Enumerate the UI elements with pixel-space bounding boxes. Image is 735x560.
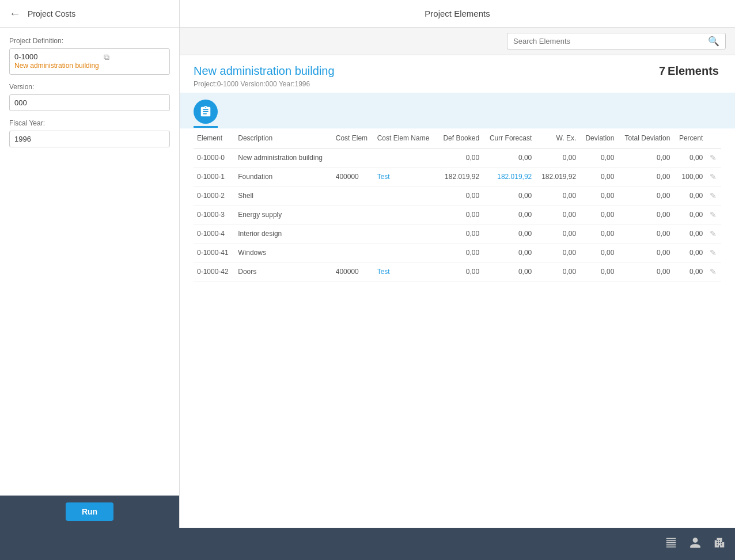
edit-icon[interactable]: ✎	[710, 267, 717, 276]
fiscal-year-input[interactable]	[9, 131, 170, 147]
left-header-panel: ← Project Costs	[0, 0, 180, 27]
tab-clipboard	[194, 100, 218, 128]
edit-icon[interactable]: ✎	[710, 210, 717, 219]
edit-icon[interactable]: ✎	[710, 153, 717, 162]
tab-clipboard-button[interactable]	[194, 100, 218, 124]
project-def-value-col: 0-1000 New administration building	[14, 52, 99, 71]
run-button[interactable]: Run	[66, 502, 113, 521]
sidebar-content: Project Definition: 0-1000 New administr…	[0, 28, 179, 496]
elements-number: 7	[659, 64, 665, 77]
cell-cost-elem-name	[374, 148, 437, 167]
col-curr-forecast: Curr Forecast	[483, 128, 535, 148]
cell-edit[interactable]: ✎	[706, 186, 721, 205]
cell-w-ex: 0,00	[535, 205, 579, 224]
cell-cost-elem-name	[374, 205, 437, 224]
table-area[interactable]: Element Description Cost Elem Cost Elem …	[180, 128, 735, 528]
cell-def-booked: 0,00	[437, 148, 483, 167]
table-row: 0-1000-4 Interior design 0,00 0,00 0,00 …	[194, 224, 721, 243]
cell-cost-elem-name	[374, 186, 437, 205]
cell-def-booked: 182.019,92	[437, 167, 483, 186]
cell-deviation: 0,00	[579, 148, 617, 167]
cell-w-ex: 0,00	[535, 224, 579, 243]
col-action	[706, 128, 721, 148]
col-element: Element	[194, 128, 234, 148]
sidebar-footer: Run	[0, 496, 179, 528]
cell-description: Shell	[234, 186, 332, 205]
cell-total-deviation: 0,00	[617, 262, 673, 281]
cell-curr-forecast: 0,00	[483, 262, 535, 281]
col-cost-elem-name: Cost Elem Name	[374, 128, 437, 148]
cell-percent: 0,00	[673, 205, 706, 224]
right-header-title: Project Elements	[425, 9, 490, 18]
cell-percent: 100,00	[673, 167, 706, 186]
edit-icon[interactable]: ✎	[710, 248, 717, 257]
cell-edit[interactable]: ✎	[706, 224, 721, 243]
project-meta: Project:0-1000 Version:000 Year:1996	[194, 80, 335, 88]
cell-percent: 0,00	[673, 243, 706, 262]
col-description: Description	[234, 128, 332, 148]
back-button[interactable]: ←	[9, 7, 21, 20]
cell-edit[interactable]: ✎	[706, 205, 721, 224]
cell-element: 0-1000-41	[194, 243, 234, 262]
top-header: ← Project Costs Project Elements	[0, 0, 735, 28]
cell-edit[interactable]: ✎	[706, 243, 721, 262]
cell-w-ex: 0,00	[535, 262, 579, 281]
version-label: Version:	[9, 83, 170, 91]
cell-total-deviation: 0,00	[617, 205, 673, 224]
table-row: 0-1000-2 Shell 0,00 0,00 0,00 0,00 0,00 …	[194, 186, 721, 205]
elements-table: Element Description Cost Elem Cost Elem …	[194, 128, 721, 281]
tab-underline	[194, 126, 218, 128]
user-icon[interactable]	[689, 536, 702, 552]
table-icon[interactable]	[665, 536, 677, 552]
cell-cost-elem-name: Test	[374, 262, 437, 281]
cell-curr-forecast: 0,00	[483, 148, 535, 167]
col-total-deviation: Total Deviation	[617, 128, 673, 148]
cell-def-booked: 0,00	[437, 262, 483, 281]
cell-deviation: 0,00	[579, 186, 617, 205]
cell-deviation: 0,00	[579, 224, 617, 243]
col-def-booked: Def Booked	[437, 128, 483, 148]
project-def-name: New administration building	[14, 61, 99, 71]
search-input[interactable]	[513, 37, 708, 45]
cell-edit[interactable]: ✎	[706, 262, 721, 281]
building-icon[interactable]	[713, 536, 726, 552]
cell-element: 0-1000-2	[194, 186, 234, 205]
project-main-title: New administration building	[194, 64, 335, 78]
cell-cost-elem: 400000	[332, 167, 374, 186]
cell-element: 0-1000-0	[194, 148, 234, 167]
copy-icon[interactable]: ⧉	[104, 52, 109, 62]
cell-def-booked: 0,00	[437, 224, 483, 243]
version-input[interactable]	[9, 94, 170, 111]
cell-description: New administration building	[234, 148, 332, 167]
fiscal-year-label: Fiscal Year:	[9, 119, 170, 127]
edit-icon[interactable]: ✎	[710, 172, 717, 181]
cell-cost-elem-name	[374, 243, 437, 262]
search-bar: 🔍	[180, 28, 735, 55]
cell-total-deviation: 0,00	[617, 243, 673, 262]
cell-w-ex: 0,00	[535, 148, 579, 167]
cell-def-booked: 0,00	[437, 243, 483, 262]
cell-cost-elem	[332, 224, 374, 243]
table-header-row: Element Description Cost Elem Cost Elem …	[194, 128, 721, 148]
cell-element: 0-1000-42	[194, 262, 234, 281]
edit-icon[interactable]: ✎	[710, 191, 717, 200]
cell-description: Foundation	[234, 167, 332, 186]
main-layout: Project Definition: 0-1000 New administr…	[0, 28, 735, 528]
elements-count: 7Elements	[659, 64, 721, 78]
project-def-row: 0-1000 New administration building ⧉	[9, 48, 170, 75]
cell-curr-forecast: 0,00	[483, 224, 535, 243]
cell-percent: 0,00	[673, 148, 706, 167]
cell-element: 0-1000-1	[194, 167, 234, 186]
cell-curr-forecast: 0,00	[483, 186, 535, 205]
edit-icon[interactable]: ✎	[710, 229, 717, 238]
cell-total-deviation: 0,00	[617, 148, 673, 167]
left-header-title: Project Costs	[28, 9, 75, 18]
cell-description: Energy supply	[234, 205, 332, 224]
cell-edit[interactable]: ✎	[706, 167, 721, 186]
col-w-ex: W. Ex.	[535, 128, 579, 148]
cell-cost-elem-name	[374, 224, 437, 243]
cell-def-booked: 0,00	[437, 186, 483, 205]
project-def-code: 0-1000	[14, 52, 99, 61]
table-row: 0-1000-1 Foundation 400000 Test 182.019,…	[194, 167, 721, 186]
cell-edit[interactable]: ✎	[706, 148, 721, 167]
